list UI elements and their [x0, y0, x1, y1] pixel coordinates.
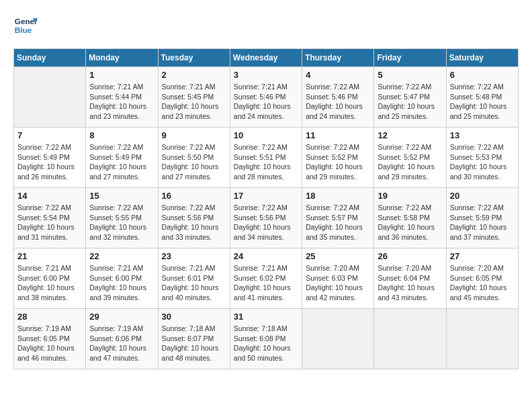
calendar-cell: 19Sunrise: 7:22 AM Sunset: 5:58 PM Dayli…	[374, 188, 446, 248]
day-info: Sunrise: 7:22 AM Sunset: 5:52 PM Dayligh…	[378, 142, 442, 182]
day-info: Sunrise: 7:21 AM Sunset: 6:02 PM Dayligh…	[234, 263, 298, 303]
day-number: 9	[162, 130, 226, 140]
day-info: Sunrise: 7:22 AM Sunset: 5:51 PM Dayligh…	[234, 142, 298, 182]
day-info: Sunrise: 7:22 AM Sunset: 5:56 PM Dayligh…	[162, 203, 226, 242]
calendar-week-3: 14Sunrise: 7:22 AM Sunset: 5:54 PM Dayli…	[14, 188, 519, 248]
calendar-cell: 8Sunrise: 7:22 AM Sunset: 5:49 PM Daylig…	[86, 128, 158, 188]
day-info: Sunrise: 7:21 AM Sunset: 6:01 PM Dayligh…	[162, 263, 226, 303]
weekday-header-tuesday: Tuesday	[158, 49, 230, 67]
logo: General Blue	[13, 13, 38, 38]
calendar-cell: 12Sunrise: 7:22 AM Sunset: 5:52 PM Dayli…	[374, 128, 446, 188]
day-number: 24	[234, 251, 298, 261]
svg-text:General: General	[15, 17, 38, 26]
calendar-cell	[446, 309, 518, 369]
calendar-cell: 25Sunrise: 7:20 AM Sunset: 6:03 PM Dayli…	[302, 248, 374, 309]
day-info: Sunrise: 7:20 AM Sunset: 6:05 PM Dayligh…	[450, 263, 515, 303]
day-info: Sunrise: 7:20 AM Sunset: 6:03 PM Dayligh…	[306, 263, 370, 303]
day-number: 31	[234, 312, 298, 322]
day-number: 8	[89, 130, 154, 140]
day-number: 29	[89, 312, 154, 322]
day-number: 23	[162, 251, 226, 261]
day-info: Sunrise: 7:22 AM Sunset: 5:50 PM Dayligh…	[162, 142, 226, 182]
calendar-cell: 2Sunrise: 7:21 AM Sunset: 5:45 PM Daylig…	[158, 67, 230, 128]
day-info: Sunrise: 7:22 AM Sunset: 5:49 PM Dayligh…	[17, 142, 82, 182]
calendar-cell: 28Sunrise: 7:19 AM Sunset: 6:05 PM Dayli…	[14, 309, 86, 369]
day-number: 2	[162, 70, 226, 80]
day-number: 22	[89, 251, 154, 261]
day-number: 16	[162, 191, 226, 201]
day-number: 28	[17, 312, 82, 322]
calendar-cell: 22Sunrise: 7:21 AM Sunset: 6:00 PM Dayli…	[86, 248, 158, 309]
day-number: 17	[234, 191, 298, 201]
day-info: Sunrise: 7:21 AM Sunset: 6:00 PM Dayligh…	[17, 263, 82, 303]
day-number: 26	[378, 251, 442, 261]
day-info: Sunrise: 7:22 AM Sunset: 5:55 PM Dayligh…	[89, 203, 154, 242]
day-number: 21	[17, 251, 82, 261]
day-number: 7	[17, 130, 82, 140]
calendar-cell: 10Sunrise: 7:22 AM Sunset: 5:51 PM Dayli…	[230, 128, 302, 188]
day-info: Sunrise: 7:22 AM Sunset: 5:46 PM Dayligh…	[306, 82, 370, 122]
day-number: 1	[89, 70, 154, 80]
calendar-cell: 14Sunrise: 7:22 AM Sunset: 5:54 PM Dayli…	[14, 188, 86, 248]
calendar-cell: 18Sunrise: 7:22 AM Sunset: 5:57 PM Dayli…	[302, 188, 374, 248]
day-info: Sunrise: 7:22 AM Sunset: 5:57 PM Dayligh…	[306, 203, 370, 242]
calendar-week-1: 1Sunrise: 7:21 AM Sunset: 5:44 PM Daylig…	[14, 67, 519, 128]
calendar-week-2: 7Sunrise: 7:22 AM Sunset: 5:49 PM Daylig…	[14, 128, 519, 188]
calendar-week-5: 28Sunrise: 7:19 AM Sunset: 6:05 PM Dayli…	[14, 309, 519, 369]
calendar-cell: 21Sunrise: 7:21 AM Sunset: 6:00 PM Dayli…	[14, 248, 86, 309]
calendar-cell: 11Sunrise: 7:22 AM Sunset: 5:52 PM Dayli…	[302, 128, 374, 188]
day-info: Sunrise: 7:22 AM Sunset: 5:53 PM Dayligh…	[450, 142, 515, 182]
calendar-cell: 24Sunrise: 7:21 AM Sunset: 6:02 PM Dayli…	[230, 248, 302, 309]
day-number: 19	[378, 191, 442, 201]
calendar-cell: 16Sunrise: 7:22 AM Sunset: 5:56 PM Dayli…	[158, 188, 230, 248]
day-info: Sunrise: 7:19 AM Sunset: 6:06 PM Dayligh…	[89, 324, 154, 363]
day-number: 27	[450, 251, 515, 261]
calendar-cell: 26Sunrise: 7:20 AM Sunset: 6:04 PM Dayli…	[374, 248, 446, 309]
weekday-header-thursday: Thursday	[302, 49, 374, 67]
day-number: 5	[378, 70, 442, 80]
day-info: Sunrise: 7:21 AM Sunset: 5:45 PM Dayligh…	[162, 82, 226, 122]
weekday-header-monday: Monday	[86, 49, 158, 67]
day-info: Sunrise: 7:18 AM Sunset: 6:08 PM Dayligh…	[234, 324, 298, 363]
calendar-cell	[14, 67, 86, 128]
calendar-cell: 13Sunrise: 7:22 AM Sunset: 5:53 PM Dayli…	[446, 128, 518, 188]
calendar-cell: 15Sunrise: 7:22 AM Sunset: 5:55 PM Dayli…	[86, 188, 158, 248]
calendar-cell	[374, 309, 446, 369]
weekday-header-wednesday: Wednesday	[230, 49, 302, 67]
day-number: 11	[306, 130, 370, 140]
calendar-cell: 27Sunrise: 7:20 AM Sunset: 6:05 PM Dayli…	[446, 248, 518, 309]
calendar-cell: 3Sunrise: 7:21 AM Sunset: 5:46 PM Daylig…	[230, 67, 302, 128]
day-info: Sunrise: 7:19 AM Sunset: 6:05 PM Dayligh…	[17, 324, 82, 363]
day-info: Sunrise: 7:21 AM Sunset: 5:44 PM Dayligh…	[89, 82, 154, 122]
day-number: 20	[450, 191, 515, 201]
day-info: Sunrise: 7:22 AM Sunset: 5:47 PM Dayligh…	[378, 82, 442, 122]
calendar-cell: 29Sunrise: 7:19 AM Sunset: 6:06 PM Dayli…	[86, 309, 158, 369]
logo-icon: General Blue	[13, 13, 38, 38]
day-info: Sunrise: 7:21 AM Sunset: 6:00 PM Dayligh…	[89, 263, 154, 303]
day-info: Sunrise: 7:22 AM Sunset: 5:48 PM Dayligh…	[450, 82, 515, 122]
calendar-cell: 20Sunrise: 7:22 AM Sunset: 5:59 PM Dayli…	[446, 188, 518, 248]
calendar-cell: 5Sunrise: 7:22 AM Sunset: 5:47 PM Daylig…	[374, 67, 446, 128]
calendar-cell: 30Sunrise: 7:18 AM Sunset: 6:07 PM Dayli…	[158, 309, 230, 369]
day-number: 14	[17, 191, 82, 201]
day-info: Sunrise: 7:21 AM Sunset: 5:46 PM Dayligh…	[234, 82, 298, 122]
day-info: Sunrise: 7:18 AM Sunset: 6:07 PM Dayligh…	[162, 324, 226, 363]
day-number: 30	[162, 312, 226, 322]
day-number: 18	[306, 191, 370, 201]
day-number: 6	[450, 70, 515, 80]
day-number: 12	[378, 130, 442, 140]
calendar-cell: 7Sunrise: 7:22 AM Sunset: 5:49 PM Daylig…	[14, 128, 86, 188]
day-number: 3	[234, 70, 298, 80]
day-number: 25	[306, 251, 370, 261]
calendar-cell: 1Sunrise: 7:21 AM Sunset: 5:44 PM Daylig…	[86, 67, 158, 128]
day-number: 4	[306, 70, 370, 80]
day-info: Sunrise: 7:22 AM Sunset: 5:49 PM Dayligh…	[89, 142, 154, 182]
calendar-cell: 23Sunrise: 7:21 AM Sunset: 6:01 PM Dayli…	[158, 248, 230, 309]
day-info: Sunrise: 7:22 AM Sunset: 5:58 PM Dayligh…	[378, 203, 442, 242]
day-info: Sunrise: 7:22 AM Sunset: 5:59 PM Dayligh…	[450, 203, 515, 242]
calendar-week-4: 21Sunrise: 7:21 AM Sunset: 6:00 PM Dayli…	[14, 248, 519, 309]
calendar-cell: 9Sunrise: 7:22 AM Sunset: 5:50 PM Daylig…	[158, 128, 230, 188]
svg-text:Blue: Blue	[15, 26, 32, 34]
day-info: Sunrise: 7:22 AM Sunset: 5:56 PM Dayligh…	[234, 203, 298, 242]
calendar-cell	[302, 309, 374, 369]
